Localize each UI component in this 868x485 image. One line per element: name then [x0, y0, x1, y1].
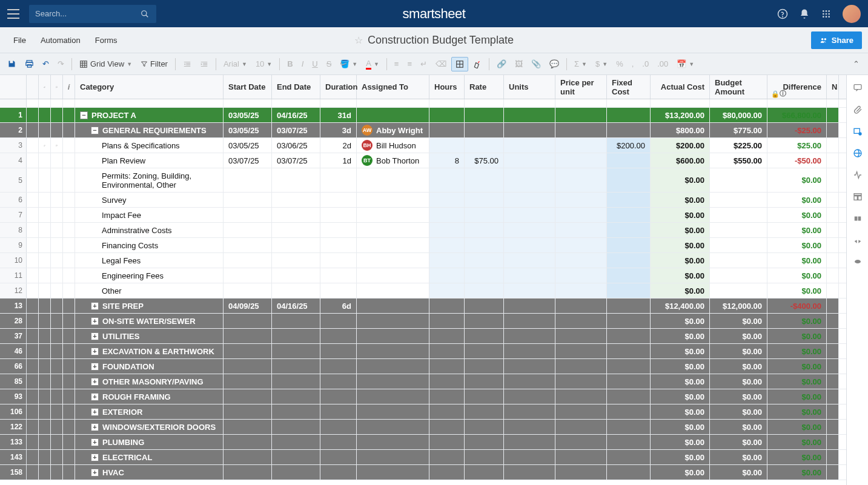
conditional-format-icon[interactable] — [451, 57, 468, 71]
connections-rail-icon[interactable] — [852, 257, 863, 268]
expand-icon[interactable]: + — [91, 393, 99, 401]
expand-icon[interactable]: + — [91, 408, 99, 416]
table-row[interactable]: 93+ROUGH FRAMING$0.00$0.00$0.00 — [0, 389, 846, 404]
thousands-icon[interactable]: , — [628, 57, 638, 71]
menu-file[interactable]: File — [6, 36, 33, 45]
underline-icon[interactable]: U — [308, 57, 321, 71]
col-assigned[interactable]: Assigned To — [357, 75, 429, 99]
col-rate[interactable]: Rate — [465, 75, 504, 99]
expand-header[interactable] — [27, 75, 39, 99]
table-row[interactable]: 3Plans & Specifications03/05/2503/06/252… — [0, 138, 846, 153]
table-row[interactable]: 37+UTILITIES$0.00$0.00$0.00 — [0, 329, 846, 344]
format-painter-icon[interactable] — [469, 58, 485, 71]
col-price[interactable]: Price per unit — [555, 75, 607, 99]
align-vertical-icon[interactable]: ≡ — [403, 57, 416, 71]
expand-icon[interactable]: + — [91, 469, 99, 477]
grid-view-button[interactable]: Grid View▼ — [76, 57, 136, 71]
sum-icon[interactable]: Σ▼ — [571, 57, 591, 71]
menu-forms[interactable]: Forms — [88, 36, 125, 45]
info-header[interactable]: i — [63, 75, 75, 99]
search-input[interactable] — [35, 9, 139, 18]
print-icon[interactable] — [21, 57, 38, 71]
decrease-decimal-icon[interactable]: .0 — [638, 57, 652, 71]
expand-icon[interactable]: + — [91, 332, 99, 340]
image-icon[interactable]: 🖼 — [511, 57, 526, 71]
link-icon[interactable]: 🔗 — [493, 57, 510, 71]
brandfolder-rail-icon[interactable] — [852, 213, 863, 224]
hamburger-menu-icon[interactable] — [7, 9, 19, 19]
attachment-header[interactable] — [39, 75, 51, 99]
table-row[interactable]: 12Other$0.00$0.00 — [0, 283, 846, 299]
conversations-icon[interactable] — [852, 82, 863, 93]
comment-header[interactable] — [51, 75, 63, 99]
table-row[interactable]: 66+FOUNDATION$0.00$0.00$0.00 — [0, 359, 846, 374]
expand-icon[interactable]: + — [91, 317, 99, 325]
col-hours[interactable]: Hours — [429, 75, 465, 99]
table-row[interactable]: 5Permits: Zoning, Building, Environmenta… — [0, 168, 846, 193]
menu-automation[interactable]: Automation — [33, 36, 88, 45]
spreadsheet-grid[interactable]: i Category Start Date End Date Duration … — [0, 75, 846, 485]
collapse-toolbar-icon[interactable]: ⌃ — [848, 57, 864, 71]
currency-icon[interactable]: $▼ — [592, 57, 611, 71]
col-start-date[interactable]: Start Date — [224, 75, 272, 99]
col-end-date[interactable]: End Date — [272, 75, 320, 99]
table-row[interactable]: 46+EXCAVATION & EARTHWORK$0.00$0.00$0.00 — [0, 344, 846, 359]
indent-icon[interactable] — [196, 58, 212, 71]
summary-rail-icon[interactable] — [852, 191, 863, 202]
table-row[interactable]: 143+ELECTRICAL$0.00$0.00$0.00 — [0, 450, 846, 465]
strikethrough-icon[interactable]: S — [323, 57, 336, 71]
filter-button[interactable]: Filter — [137, 57, 171, 71]
table-row[interactable]: 10Legal Fees$0.00$0.00 — [0, 253, 846, 268]
fill-color-icon[interactable]: 🪣▼ — [336, 57, 361, 71]
col-difference[interactable]: Difference🔒ⓘ — [767, 75, 827, 99]
user-avatar[interactable] — [843, 5, 861, 23]
table-row[interactable]: 8Adminstrative Costs$0.00$0.00 — [0, 223, 846, 238]
table-row[interactable]: 106+EXTERIOR$0.00$0.00$0.00 — [0, 404, 846, 420]
expand-icon[interactable]: + — [91, 363, 99, 371]
apps-icon[interactable] — [821, 8, 832, 19]
increase-decimal-icon[interactable]: .00 — [654, 57, 672, 71]
col-category[interactable]: Category — [75, 75, 224, 99]
expand-icon[interactable]: + — [91, 302, 99, 310]
col-notes[interactable]: N — [827, 75, 839, 99]
expand-icon[interactable]: − — [91, 127, 99, 134]
comment-icon[interactable]: 💬 — [546, 57, 563, 71]
activity-rail-icon[interactable] — [852, 170, 863, 180]
percent-icon[interactable]: % — [612, 57, 627, 71]
table-row[interactable]: 9Financing Costs$0.00$0.00 — [0, 238, 846, 253]
expand-icon[interactable]: + — [91, 454, 99, 461]
table-row[interactable]: 4Plan Review03/07/2503/07/251dBTBob Thor… — [0, 153, 846, 168]
search-icon[interactable] — [139, 8, 150, 19]
table-row[interactable]: 28+ON-SITE WATER/SEWER$0.00$0.00$0.00 — [0, 314, 846, 329]
text-color-icon[interactable]: A▼ — [362, 56, 383, 72]
table-row[interactable]: 6Survey$0.00$0.00 — [0, 193, 846, 208]
clear-format-icon[interactable]: ⌫ — [432, 57, 450, 71]
share-button[interactable]: Share — [811, 31, 862, 49]
expand-icon[interactable]: + — [91, 438, 99, 446]
col-budget[interactable]: Budget Amount — [710, 75, 767, 99]
italic-icon[interactable]: I — [298, 57, 308, 71]
notifications-icon[interactable] — [799, 8, 810, 19]
row-number-header[interactable] — [0, 75, 27, 99]
table-row[interactable]: 7Impact Fee$0.00$0.00 — [0, 208, 846, 223]
font-selector[interactable]: Arial ▼ — [220, 57, 251, 71]
resource-rail-icon[interactable] — [852, 235, 863, 246]
attachments-rail-icon[interactable] — [852, 104, 863, 115]
search-box[interactable] — [29, 5, 156, 23]
table-row[interactable]: 85+OTHER MASONRY/PAVING$0.00$0.00$0.00 — [0, 374, 846, 389]
date-format-icon[interactable]: 📅▼ — [673, 57, 698, 71]
attachment-icon[interactable]: 📎 — [528, 57, 545, 71]
table-row[interactable]: 11Engineering Fees$0.00$0.00 — [0, 268, 846, 283]
collapse-icon[interactable]: − — [80, 111, 88, 119]
font-size-selector[interactable]: 10 ▼ — [252, 57, 276, 71]
table-row[interactable]: 122+WINDOWS/EXTERIOR DOORS$0.00$0.00$0.0… — [0, 420, 846, 435]
expand-icon[interactable]: + — [91, 423, 99, 431]
redo-icon[interactable]: ↷ — [54, 57, 68, 71]
wrap-text-icon[interactable]: ↵ — [417, 57, 431, 71]
align-left-icon[interactable]: ≡ — [391, 57, 403, 71]
proof-rail-icon[interactable] — [852, 126, 863, 137]
help-icon[interactable] — [777, 8, 788, 19]
save-icon[interactable] — [4, 57, 20, 71]
table-row[interactable]: 13+SITE PREP04/09/2504/16/256d$12,400.00… — [0, 299, 846, 314]
table-row[interactable]: 133+PLUMBING$0.00$0.00$0.00 — [0, 435, 846, 450]
